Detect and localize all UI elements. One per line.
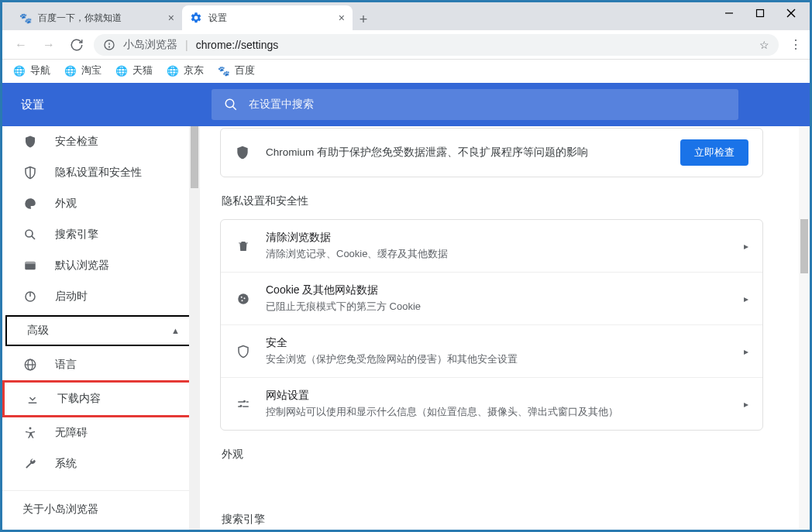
sidebar-item-accessibility[interactable]: 无障碍 [2, 417, 200, 448]
omnibox-host: 小岛浏览器 [123, 38, 177, 52]
section-title-appearance: 外观 [222, 448, 763, 462]
window-controls [714, 2, 807, 24]
scrollbar-thumb[interactable] [191, 126, 198, 188]
back-button[interactable]: ← [10, 34, 32, 56]
forward-button[interactable]: → [38, 34, 60, 56]
sidebar-item-appearance[interactable]: 外观 [2, 188, 200, 219]
close-button[interactable] [776, 2, 807, 24]
chevron-right-icon: ▸ [744, 399, 748, 410]
tab-title: 百度一下，你就知道 [38, 12, 122, 25]
svg-point-18 [29, 427, 32, 430]
shield-check-icon [235, 145, 252, 160]
sidebar-item-system[interactable]: 系统 [2, 448, 200, 479]
settings-sidebar: 安全检查 隐私设置和安全性 外观 搜索引擎 默认浏览器 启动时 [2, 126, 200, 530]
baidu-paw-icon: 🐾 [19, 12, 32, 24]
settings-header: 设置 在设置中搜索 [2, 83, 810, 126]
settings-content: Chromium 有助于保护您免受数据泄露、不良扩展程序等问题的影响 立即检查 … [200, 126, 810, 530]
sidebar-item-downloads[interactable]: 下载内容 [2, 380, 195, 417]
svg-line-8 [232, 106, 236, 110]
svg-point-6 [109, 46, 110, 47]
globe-icon: 🌐 [64, 65, 77, 77]
svg-point-7 [225, 99, 234, 108]
chevron-right-icon: ▸ [744, 241, 748, 252]
privacy-card: 清除浏览数据 清除浏览记录、Cookie、缓存及其他数据 ▸ Cookie 及其… [220, 219, 763, 431]
new-tab-button[interactable]: + [353, 9, 374, 30]
maximize-button[interactable] [745, 2, 776, 24]
tab-baidu[interactable]: 🐾 百度一下，你就知道 × [12, 5, 182, 30]
titlebar: 🐾 百度一下，你就知道 × 设置 × + [2, 2, 810, 30]
svg-point-21 [244, 297, 246, 299]
sidebar-item-safety-check[interactable]: 安全检查 [2, 126, 200, 157]
omnibox-separator: | [185, 39, 188, 51]
sidebar-item-about[interactable]: 关于小岛浏览器 [2, 490, 200, 527]
kebab-menu-icon[interactable]: ⋮ [790, 37, 802, 52]
power-icon [22, 290, 38, 304]
trash-icon [235, 239, 252, 253]
bookmark-nav[interactable]: 🌐导航 [13, 64, 50, 77]
close-icon[interactable]: × [339, 12, 345, 24]
tab-settings[interactable]: 设置 × [182, 5, 353, 30]
shield-half-icon [22, 166, 38, 180]
site-info-icon[interactable] [103, 39, 115, 51]
omnibox[interactable]: 小岛浏览器 | chrome://settings ☆ [94, 34, 779, 56]
reload-button[interactable] [66, 34, 88, 56]
globe-icon [22, 358, 38, 372]
chevron-up-icon: ▲ [171, 326, 180, 335]
svg-point-22 [242, 300, 243, 301]
tab-strip: 🐾 百度一下，你就知道 × 设置 × + [2, 2, 374, 30]
svg-rect-12 [25, 262, 36, 264]
sidebar-item-privacy[interactable]: 隐私设置和安全性 [2, 157, 200, 188]
sidebar-item-language[interactable]: 语言 [2, 349, 200, 380]
palette-icon [22, 197, 38, 211]
sidebar-item-default-browser[interactable]: 默认浏览器 [2, 250, 200, 281]
svg-point-20 [241, 296, 243, 297]
row-clear-data[interactable]: 清除浏览数据 清除浏览记录、Cookie、缓存及其他数据 ▸ [221, 220, 762, 272]
sidebar-section-advanced[interactable]: 高级 ▲ [5, 315, 195, 346]
settings-main: 安全检查 隐私设置和安全性 外观 搜索引擎 默认浏览器 启动时 [2, 126, 810, 530]
bookmark-jd[interactable]: 🌐京东 [167, 64, 204, 77]
sidebar-item-search-engine[interactable]: 搜索引擎 [2, 219, 200, 250]
bookmark-taobao[interactable]: 🌐淘宝 [64, 64, 102, 77]
sidebar-item-startup[interactable]: 启动时 [2, 281, 200, 312]
row-security[interactable]: 安全 安全浏览（保护您免受危险网站的侵害）和其他安全设置 ▸ [221, 324, 762, 377]
sidebar-scrollbar[interactable] [189, 126, 200, 530]
bookmark-star-icon[interactable]: ☆ [759, 39, 769, 51]
chevron-right-icon: ▸ [744, 346, 748, 357]
wrench-icon [22, 457, 38, 471]
shield-half-icon [235, 345, 252, 359]
download-icon [25, 392, 40, 406]
check-now-button[interactable]: 立即检查 [680, 139, 748, 166]
globe-icon: 🌐 [13, 65, 26, 77]
shield-check-icon [22, 135, 38, 149]
window-icon [22, 259, 38, 273]
search-placeholder: 在设置中搜索 [249, 98, 314, 112]
settings-search[interactable]: 在设置中搜索 [212, 89, 738, 120]
search-icon [22, 228, 38, 242]
accessibility-icon [22, 426, 38, 440]
section-title-search: 搜索引擎 [222, 513, 763, 527]
bookmarks-bar: 🌐导航 🌐淘宝 🌐天猫 🌐京东 🐾百度 [2, 60, 810, 83]
tune-icon [235, 397, 252, 411]
address-bar: ← → 小岛浏览器 | chrome://settings ☆ ⋮ [2, 30, 810, 60]
svg-rect-1 [757, 10, 764, 17]
bookmark-baidu[interactable]: 🐾百度 [218, 64, 255, 77]
baidu-paw-icon: 🐾 [218, 65, 230, 77]
svg-point-9 [26, 230, 33, 237]
content-scrollbar[interactable] [799, 126, 810, 530]
safety-check-text: Chromium 有助于保护您免受数据泄露、不良扩展程序等问题的影响 [266, 146, 666, 160]
chevron-right-icon: ▸ [744, 293, 748, 304]
minimize-button[interactable] [714, 2, 745, 24]
gear-icon [190, 12, 202, 24]
scrollbar-thumb[interactable] [800, 219, 808, 273]
bookmark-tmall[interactable]: 🌐天猫 [115, 64, 153, 77]
close-icon[interactable]: × [168, 12, 174, 24]
globe-icon: 🌐 [115, 65, 128, 77]
tab-title: 设置 [208, 12, 227, 25]
row-cookies[interactable]: Cookie 及其他网站数据 已阻止无痕模式下的第三方 Cookie ▸ [221, 272, 762, 324]
cookie-icon [235, 292, 252, 306]
globe-icon: 🌐 [167, 65, 179, 77]
search-icon [224, 98, 238, 112]
row-site-settings[interactable]: 网站设置 控制网站可以使用和显示什么信息（如位置信息、摄像头、弹出式窗口及其他）… [221, 377, 762, 430]
safety-check-card: Chromium 有助于保护您免受数据泄露、不良扩展程序等问题的影响 立即检查 [220, 128, 763, 177]
settings-title: 设置 [2, 98, 212, 112]
